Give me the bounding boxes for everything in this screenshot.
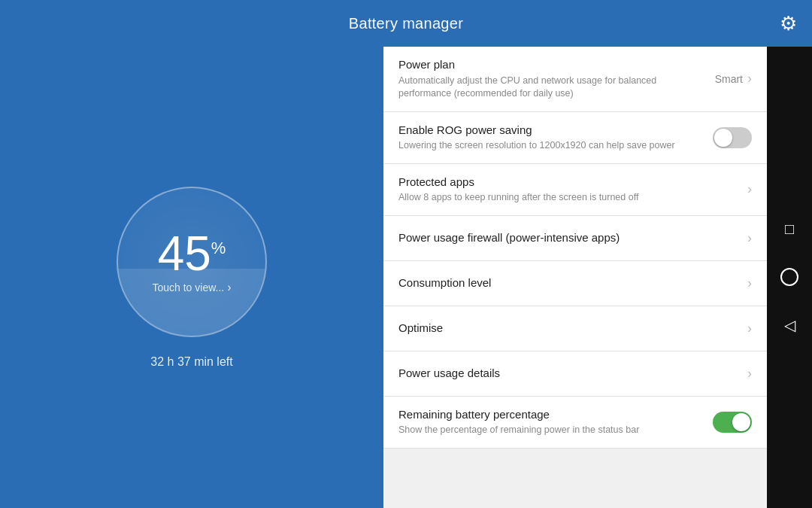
gear-icon[interactable]: ⚙ bbox=[780, 12, 797, 35]
settings-item-content: Remaining battery percentageShow the per… bbox=[398, 407, 704, 437]
settings-item-title: Protected apps bbox=[398, 175, 738, 190]
settings-item-title: Power usage firewall (power-intensive ap… bbox=[398, 230, 738, 245]
settings-item-title: Remaining battery percentage bbox=[398, 407, 704, 422]
battery-circle[interactable]: 45% Touch to view... › bbox=[117, 187, 267, 337]
battery-circle-container[interactable]: 45% Touch to view... › bbox=[117, 187, 267, 337]
settings-item-protected-apps[interactable]: Protected appsAllow 8 apps to keep runni… bbox=[383, 164, 767, 216]
settings-item-subtitle: Show the percentage of remaining power i… bbox=[398, 424, 704, 437]
settings-item-right: › bbox=[747, 181, 752, 197]
settings-item-rog-power-saving[interactable]: Enable ROG power savingLowering the scre… bbox=[383, 112, 767, 164]
settings-item-remaining-battery-percentage[interactable]: Remaining battery percentageShow the per… bbox=[383, 397, 767, 449]
settings-item-subtitle: Lowering the screen resolution to 1200x1… bbox=[398, 139, 704, 153]
chevron-right-icon: › bbox=[747, 71, 752, 87]
settings-item-title: Consumption level bbox=[398, 275, 738, 291]
back-button[interactable]: ◁ bbox=[784, 316, 795, 334]
battery-time-left: 32 h 37 min left bbox=[150, 355, 232, 369]
settings-item-right bbox=[713, 412, 752, 433]
right-panel: Power planAutomatically adjust the CPU a… bbox=[383, 47, 767, 508]
chevron-right-icon: › bbox=[747, 181, 752, 197]
top-bar: Battery manager ⚙ bbox=[0, 0, 812, 47]
toggle-switch-remaining-battery-percentage[interactable] bbox=[713, 412, 752, 433]
settings-item-subtitle: Allow 8 apps to keep running after the s… bbox=[398, 191, 738, 205]
battery-percentage: 45% bbox=[158, 230, 226, 278]
settings-item-title: Power usage details bbox=[398, 366, 738, 381]
left-panel: 45% Touch to view... › 32 h 37 min left bbox=[0, 47, 383, 508]
settings-item-title: Optimise bbox=[398, 321, 738, 336]
toggle-switch-rog-power-saving[interactable] bbox=[713, 127, 752, 148]
settings-item-content: Power usage firewall (power-intensive ap… bbox=[398, 230, 738, 245]
settings-item-right: › bbox=[747, 321, 752, 336]
toggle-knob bbox=[732, 413, 750, 431]
chevron-right-icon: › bbox=[747, 366, 752, 382]
chevron-right-icon: › bbox=[747, 230, 752, 246]
settings-item-content: Optimise bbox=[398, 321, 738, 336]
settings-item-right: › bbox=[747, 230, 752, 246]
settings-item-right: Smart› bbox=[715, 71, 752, 87]
home-button[interactable] bbox=[780, 268, 798, 286]
nav-bar: □ ◁ bbox=[767, 47, 812, 508]
settings-item-consumption-level[interactable]: Consumption level› bbox=[383, 261, 767, 306]
settings-item-content: Consumption level bbox=[398, 275, 738, 291]
settings-item-power-plan[interactable]: Power planAutomatically adjust the CPU a… bbox=[383, 47, 767, 112]
settings-item-power-usage-details[interactable]: Power usage details› bbox=[383, 351, 767, 397]
recent-apps-button[interactable]: □ bbox=[785, 221, 794, 238]
chevron-right-icon: › bbox=[747, 275, 752, 291]
settings-item-optimise[interactable]: Optimise› bbox=[383, 306, 767, 351]
page-title: Battery manager bbox=[349, 15, 463, 32]
settings-item-title: Enable ROG power saving bbox=[398, 123, 704, 138]
settings-item-content: Power planAutomatically adjust the CPU a… bbox=[398, 57, 706, 101]
settings-item-right: › bbox=[747, 275, 752, 291]
chevron-right-icon: › bbox=[747, 321, 752, 336]
settings-item-title: Power plan bbox=[398, 57, 706, 72]
settings-item-content: Protected appsAllow 8 apps to keep runni… bbox=[398, 175, 738, 205]
settings-item-right: › bbox=[747, 366, 752, 382]
main-content: 45% Touch to view... › 32 h 37 min left … bbox=[0, 47, 812, 508]
settings-item-subtitle: Automatically adjust the CPU and network… bbox=[398, 75, 706, 101]
touch-to-view[interactable]: Touch to view... › bbox=[152, 281, 231, 294]
touch-chevron-icon: › bbox=[227, 281, 231, 294]
toggle-knob bbox=[714, 129, 732, 147]
settings-item-content: Power usage details bbox=[398, 366, 738, 381]
settings-item-value: Smart bbox=[715, 73, 743, 85]
settings-item-power-usage-firewall[interactable]: Power usage firewall (power-intensive ap… bbox=[383, 216, 767, 261]
settings-item-right bbox=[713, 127, 752, 148]
settings-item-content: Enable ROG power savingLowering the scre… bbox=[398, 123, 704, 153]
